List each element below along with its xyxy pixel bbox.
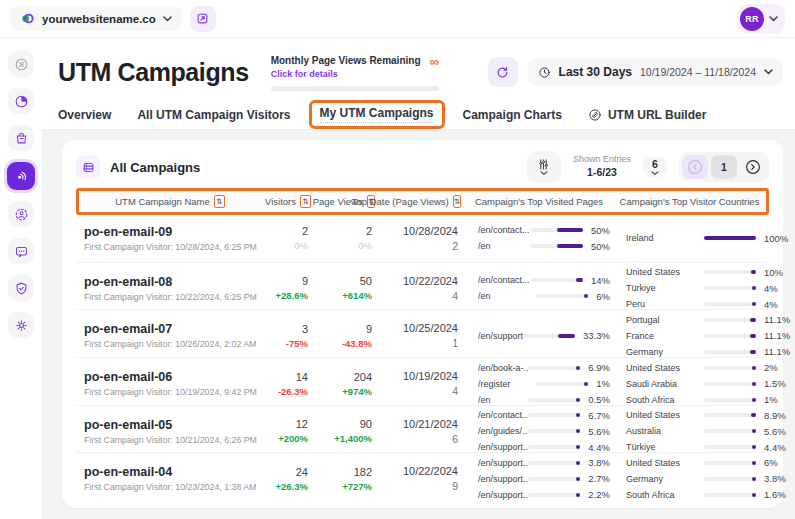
stat-percentage: 100% xyxy=(764,233,788,244)
stat-percentage: 50% xyxy=(591,241,610,252)
table-row[interactable]: po-en-email-08 First Campaign Visitor: 1… xyxy=(76,263,769,311)
top-date-views: 4 xyxy=(376,290,458,302)
refresh-button[interactable] xyxy=(488,57,518,87)
stat-bar-fill xyxy=(704,236,756,240)
stat-bar-fill xyxy=(752,461,756,465)
tab-utm-url-builder[interactable]: UTM URL Builder xyxy=(588,108,706,122)
stat-bar-fill xyxy=(752,493,756,497)
sidebar-item-campaigns[interactable] xyxy=(7,162,35,190)
stat-percentage: 4.4% xyxy=(764,442,786,453)
stat-bar-item: United States 2% xyxy=(626,362,786,373)
sidebar-item-audience[interactable] xyxy=(8,201,34,227)
site-logo-icon xyxy=(20,11,35,26)
stat-bar-track xyxy=(528,445,580,449)
top-date: 10/19/2024 xyxy=(376,370,458,382)
stat-bar-fill xyxy=(750,350,756,354)
stat-bar-fill xyxy=(576,461,580,465)
tab-all-utm-campaign-visitors[interactable]: All UTM Campaign Visitors xyxy=(137,108,290,122)
stat-bar-track xyxy=(704,413,756,417)
table-row[interactable]: po-en-email-06 First Campaign Visitor: 1… xyxy=(76,358,769,406)
sidebar-item-ecommerce[interactable] xyxy=(8,125,34,151)
first-campaign-visitor: First Campaign Visitor: 10/28/2024, 6:25… xyxy=(84,242,258,252)
stat-percentage: 3.8% xyxy=(764,473,786,484)
column-header-visitors[interactable]: Visitors ⇅ xyxy=(261,195,315,208)
page-number[interactable]: 1 xyxy=(711,155,737,179)
prev-page-button[interactable] xyxy=(682,155,708,179)
stat-percentage: 11.1% xyxy=(764,346,790,357)
stat-percentage: 6% xyxy=(764,457,778,468)
top-pages-list: /en/support... 3.8% /en/support... 2.7% … xyxy=(462,457,610,500)
stat-label: United States xyxy=(626,410,704,420)
stat-bar-fill xyxy=(576,477,580,481)
page-size-select[interactable]: 6 xyxy=(643,157,667,177)
stat-label: Peru xyxy=(626,299,704,309)
stat-bar-track xyxy=(704,382,756,386)
stat-bar-item: /en/contact... 6.7% xyxy=(478,410,610,421)
page-views-change: 0% xyxy=(312,240,372,251)
avatar: RR xyxy=(740,7,764,31)
stat-label: /en/support... xyxy=(478,331,523,341)
collapse-panel-icon xyxy=(14,57,29,72)
stat-label: Türkiye xyxy=(626,442,704,452)
stat-percentage: 6% xyxy=(596,291,610,302)
stat-percentage: 4% xyxy=(764,283,778,294)
visitors-value: 2 xyxy=(258,225,308,237)
pagination: 1 xyxy=(679,152,769,182)
table-row[interactable]: po-en-email-05 First Campaign Visitor: 1… xyxy=(76,406,769,454)
stat-bar-item: Peru 4% xyxy=(626,299,783,310)
stat-bar-item: Saudi Arabia 1.5% xyxy=(626,378,786,389)
table-row[interactable]: po-en-email-09 First Campaign Visitor: 1… xyxy=(76,215,769,263)
table-row[interactable]: po-en-email-07 First Campaign Visitor: 1… xyxy=(76,310,769,358)
page-views-value: 50 xyxy=(312,275,372,287)
tab-overview[interactable]: Overview xyxy=(58,108,111,122)
sidebar-item-feedback[interactable] xyxy=(8,238,34,264)
page-views-change: +1,400% xyxy=(312,433,372,444)
column-filter-button[interactable] xyxy=(527,151,561,183)
next-page-button[interactable] xyxy=(740,155,766,179)
sort-icon[interactable]: ⇅ xyxy=(300,195,311,208)
stat-bar-item: /en/guides/... 5.6% xyxy=(478,426,610,437)
open-site-button[interactable] xyxy=(190,6,216,32)
stat-bar-fill xyxy=(584,382,588,386)
top-pages-list: /en/contact... 6.7% /en/guides/... 5.6% … xyxy=(462,410,610,453)
shield-check-icon xyxy=(14,281,29,296)
stat-label: /en/support... xyxy=(478,474,528,484)
stat-bar-item: /en/support... 4.4% xyxy=(478,442,610,453)
stat-bar-fill xyxy=(576,493,580,497)
sidebar-item-settings[interactable] xyxy=(8,312,34,338)
stat-percentage: 14% xyxy=(591,275,610,286)
stat-bar-fill xyxy=(576,445,580,449)
page-views-value: 182 xyxy=(312,466,372,478)
stat-bar-item: /en/contact... 14% xyxy=(478,275,610,286)
sidebar-collapse-button[interactable] xyxy=(8,51,34,77)
stat-bar-track xyxy=(704,286,756,290)
campaign-name: po-en-email-05 xyxy=(84,418,258,432)
stat-bar-fill xyxy=(752,286,756,290)
tab-my-utm-campaigns[interactable]: My UTM Campaigns xyxy=(309,100,445,129)
date-range-selector[interactable]: Last 30 Days 10/19/2024 – 11/18/2024 xyxy=(528,58,783,86)
table-row[interactable]: po-en-email-04 First Campaign Visitor: 1… xyxy=(76,453,769,500)
sort-icon[interactable]: ⇅ xyxy=(453,195,461,208)
top-bar: yourwebsitename.co RR xyxy=(0,0,795,38)
user-menu[interactable]: RR xyxy=(737,4,785,34)
stat-label: Australia xyxy=(626,426,704,436)
column-header-top-date[interactable]: Top Date (Page Views) ⇅ xyxy=(379,195,465,208)
column-header-campaign-name[interactable]: UTM Campaign Name ⇅ xyxy=(79,195,261,208)
quota-details-link[interactable]: Click for details xyxy=(271,69,421,79)
website-selector[interactable]: yourwebsitename.co xyxy=(10,6,182,31)
visitors-change: -26.3% xyxy=(258,386,308,397)
clock-icon xyxy=(538,66,551,79)
tab-campaign-charts[interactable]: Campaign Charts xyxy=(463,108,562,122)
top-countries-list: Portugal 11.1% France 11.1% Germany 11.1… xyxy=(610,314,790,357)
stat-bar-fill xyxy=(750,318,756,322)
stat-bar-item: Portugal 11.1% xyxy=(626,314,790,325)
sidebar-item-privacy[interactable] xyxy=(8,275,34,301)
sidebar-item-analytics[interactable] xyxy=(8,88,34,114)
stat-percentage: 11.1% xyxy=(764,314,790,325)
external-link-icon xyxy=(196,12,209,25)
stat-bar-fill xyxy=(752,429,756,433)
sort-icon[interactable]: ⇅ xyxy=(214,195,225,208)
stat-bar-item: Germany 11.1% xyxy=(626,346,790,357)
date-range-value: 10/19/2024 – 11/18/2024 xyxy=(640,66,756,78)
stat-label: /en/contact... xyxy=(478,225,531,235)
